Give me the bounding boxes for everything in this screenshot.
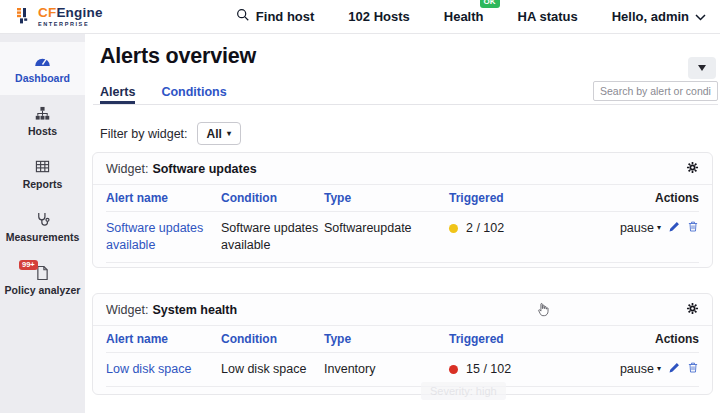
sitemap-icon [35,106,50,122]
caret-down-icon [698,65,706,71]
table-header-row: Alert name Condition Type Triggered Acti… [106,326,699,353]
condition-cell: Low disk space [221,361,324,378]
find-host-button[interactable]: Find host [236,8,315,25]
search-icon [236,8,250,25]
health-menu[interactable]: Health OK [444,9,484,24]
search-input[interactable] [593,81,718,101]
sidebar-label: Policy analyzer [5,285,81,297]
table-icon [35,159,50,175]
pencil-icon [668,221,680,236]
trash-icon [687,220,699,236]
condition-cell: Software updates available [221,220,324,254]
delete-alert-button[interactable] [687,220,699,236]
top-nav: Find host 102 Hosts Health OK HA status … [236,8,706,25]
pause-dropdown[interactable]: pause▾ [620,361,661,378]
pause-dropdown[interactable]: pause▾ [620,220,661,237]
severity-dot [449,365,458,374]
col-triggered[interactable]: Triggered [449,332,621,346]
gear-icon [686,161,699,177]
table-header-row: Alert name Condition Type Triggered Acti… [106,185,699,212]
table-row: Software updates available Software upda… [106,212,699,263]
pencil-icon [668,362,680,377]
col-condition[interactable]: Condition [221,191,324,205]
ha-status[interactable]: HA status [518,9,578,24]
widget-header: Widget:Software updates [93,153,712,185]
col-actions: Actions [621,191,699,205]
cfengine-logo-icon [16,6,32,28]
widget-prefix: Widget: [106,303,148,317]
col-type[interactable]: Type [324,191,449,205]
sidebar-item-dashboard[interactable]: Dashboard [0,42,85,95]
find-host-label: Find host [256,9,315,24]
gauge-icon [34,53,51,69]
col-triggered[interactable]: Triggered [449,191,621,205]
sidebar-item-reports[interactable]: Reports [0,148,85,201]
caret-down-icon: ▾ [657,364,661,375]
col-actions: Actions [621,332,699,346]
main-content: Alerts overview Alerts Conditions Filter… [85,34,720,413]
brand-subtitle: ENTERPRISE [38,22,103,28]
triggered-count: 2 / 102 [466,220,504,237]
col-type[interactable]: Type [324,332,449,346]
widget-settings-button[interactable] [686,161,699,177]
widget-name: System health [152,303,237,317]
sidebar-label: Measurements [6,232,80,244]
triggered-cell: 2 / 102 [449,220,621,237]
caret-down-icon: ▾ [227,129,231,138]
actions-cell: pause▾ [621,220,699,237]
mouse-pointer-icon [536,302,549,321]
widget-prefix: Widget: [106,162,148,176]
col-condition[interactable]: Condition [221,332,324,346]
sidebar-label: Hosts [28,126,57,138]
alert-name-link[interactable]: Software updates available [106,221,203,252]
collapse-panel-button[interactable] [688,57,716,79]
document-icon: 99+ [36,265,49,281]
type-cell: Softwareupdate [324,220,449,237]
severity-dot [449,224,458,233]
type-cell: Inventory [324,361,449,378]
tab-conditions[interactable]: Conditions [161,85,226,104]
filter-row: Filter by widget: All ▾ [100,122,241,145]
edit-alert-button[interactable] [668,221,680,236]
widget-settings-button[interactable] [686,302,699,318]
edit-alert-button[interactable] [668,362,680,377]
sidebar-item-policy-analyzer[interactable]: 99+ Policy analyzer [0,254,85,307]
triggered-count: 15 / 102 [466,361,511,378]
triggered-cell: 15 / 102 [449,361,621,378]
col-alert-name[interactable]: Alert name [106,332,221,346]
stethoscope-icon [35,212,50,228]
gear-icon [686,302,699,318]
filter-label: Filter by widget: [100,127,188,141]
tab-alerts[interactable]: Alerts [100,85,135,104]
cfengine-logo[interactable]: CFEngine ENTERPRISE [16,6,103,28]
brand-name: CFEngine [38,6,103,20]
widget-system-health: Widget:System health Alert name Conditio… [92,293,713,395]
hosts-count[interactable]: 102 Hosts [348,9,409,24]
sidebar-label: Reports [23,179,63,191]
chevron-down-icon [695,9,706,24]
sidebar: Dashboard Hosts Reports Measurements 99+ [0,34,85,413]
alert-name-link[interactable]: Low disk space [106,362,191,376]
policy-analyzer-count-badge: 99+ [19,260,38,271]
col-alert-name[interactable]: Alert name [106,191,221,205]
trash-icon [687,361,699,377]
top-bar: CFEngine ENTERPRISE Find host 102 Hosts … [0,0,720,34]
widget-software-updates: Widget:Software updates Alert name Condi… [92,152,713,268]
actions-cell: pause▾ [621,361,699,378]
delete-alert-button[interactable] [687,361,699,377]
widget-filter-dropdown[interactable]: All ▾ [197,122,241,145]
sidebar-item-measurements[interactable]: Measurements [0,201,85,254]
table-row: Low disk space Low disk space Inventory … [106,353,699,387]
widget-header: Widget:System health [93,294,712,326]
caret-down-icon: ▾ [657,223,661,234]
severity-tooltip: Severity: high [421,382,506,400]
widget-name: Software updates [152,162,256,176]
page-title: Alerts overview [100,44,256,69]
sidebar-label: Dashboard [15,73,70,85]
health-ok-badge: OK [480,0,500,8]
sidebar-item-hosts[interactable]: Hosts [0,95,85,148]
user-menu[interactable]: Hello, admin [612,9,706,24]
